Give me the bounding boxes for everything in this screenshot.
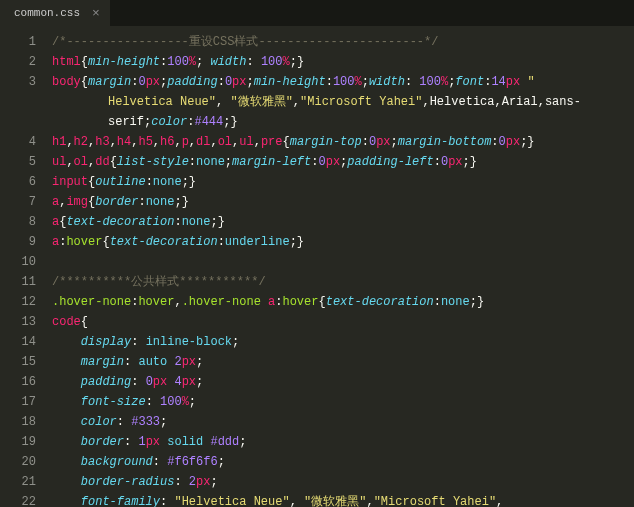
close-icon[interactable]: ×	[90, 6, 102, 21]
code-line: background: #f6f6f6;	[48, 452, 634, 472]
line-number: 10	[8, 252, 36, 272]
code-line: border-radius: 2px;	[48, 472, 634, 492]
line-number: 9	[8, 232, 36, 252]
code-line	[48, 252, 634, 272]
line-number: 4	[8, 132, 36, 152]
code-line: /**********公共样式***********/	[48, 272, 634, 292]
code-line: a:hover{text-decoration:underline;}	[48, 232, 634, 252]
code-line: body{margin:0px;padding:0px;min-height:1…	[48, 72, 634, 92]
line-number	[8, 92, 36, 112]
code-line: input{outline:none;}	[48, 172, 634, 192]
line-number	[8, 112, 36, 132]
line-number: 14	[8, 332, 36, 352]
code-line: Helvetica Neue", "微软雅黑","Microsoft Yahei…	[48, 92, 634, 112]
line-number: 12	[8, 292, 36, 312]
code-line: a{text-decoration:none;}	[48, 212, 634, 232]
line-number: 20	[8, 452, 36, 472]
line-number: 17	[8, 392, 36, 412]
code-line: border: 1px solid #ddd;	[48, 432, 634, 452]
code-line: ul,ol,dd{list-style:none;margin-left:0px…	[48, 152, 634, 172]
code-line: font-family: "Helvetica Neue", "微软雅黑","M…	[48, 492, 634, 507]
line-number: 19	[8, 432, 36, 452]
tab-bar: common.css ×	[0, 0, 634, 26]
line-number: 5	[8, 152, 36, 172]
line-number: 15	[8, 352, 36, 372]
line-number: 3	[8, 72, 36, 92]
line-number: 1	[8, 32, 36, 52]
code-line: color: #333;	[48, 412, 634, 432]
code-content[interactable]: /*-----------------重设CSS样式--------------…	[48, 26, 634, 507]
line-number: 18	[8, 412, 36, 432]
code-line: a,img{border:none;}	[48, 192, 634, 212]
line-number: 21	[8, 472, 36, 492]
code-line: display: inline-block;	[48, 332, 634, 352]
code-line: font-size: 100%;	[48, 392, 634, 412]
tab-common-css[interactable]: common.css ×	[0, 0, 111, 26]
code-line: margin: auto 2px;	[48, 352, 634, 372]
line-number: 7	[8, 192, 36, 212]
code-line: .hover-none:hover,.hover-none a:hover{te…	[48, 292, 634, 312]
code-line: /*-----------------重设CSS样式--------------…	[48, 32, 634, 52]
line-number: 2	[8, 52, 36, 72]
code-line: serif;color:#444;}	[48, 112, 634, 132]
line-gutter: 1234567891011121314151617181920212223	[0, 26, 48, 507]
line-number: 16	[8, 372, 36, 392]
code-line: padding: 0px 4px;	[48, 372, 634, 392]
line-number: 22	[8, 492, 36, 507]
line-number: 8	[8, 212, 36, 232]
line-number: 6	[8, 172, 36, 192]
line-number: 11	[8, 272, 36, 292]
tab-label: common.css	[14, 7, 80, 19]
editor-window: common.css × 123456789101112131415161718…	[0, 0, 634, 507]
code-area[interactable]: 1234567891011121314151617181920212223 /*…	[0, 26, 634, 507]
code-line: code{	[48, 312, 634, 332]
line-number: 13	[8, 312, 36, 332]
code-line: h1,h2,h3,h4,h5,h6,p,dl,ol,ul,pre{margin-…	[48, 132, 634, 152]
code-line: html{min-height:100%; width: 100%;}	[48, 52, 634, 72]
